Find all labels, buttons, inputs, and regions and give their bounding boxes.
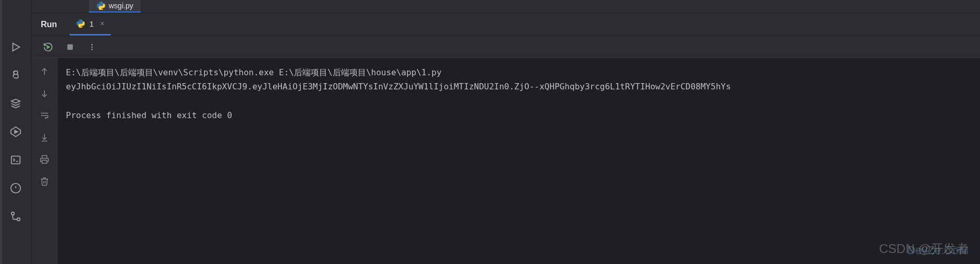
content-row: E:\后端项目\后端项目\venv\Scripts\python.exe E:\…: [31, 58, 980, 264]
soft-wrap-icon[interactable]: [37, 108, 52, 123]
run-tab-bar: Run 1 ×: [31, 13, 980, 36]
packages-icon[interactable]: [6, 94, 25, 113]
rerun-icon[interactable]: [41, 40, 55, 54]
stop-icon[interactable]: [63, 40, 77, 54]
services-icon[interactable]: [6, 122, 25, 141]
svg-rect-19: [42, 160, 47, 164]
console-line: eyJhbGciOiJIUzI1NiIsInR5cCI6IkpXVCJ9.eyJ…: [66, 82, 731, 91]
more-actions-icon[interactable]: [85, 40, 99, 54]
left-tool-sidebar: [0, 0, 31, 264]
run-tool-icon[interactable]: [6, 38, 25, 56]
vcs-icon[interactable]: [6, 207, 25, 226]
file-tab-label: wsgi.py: [109, 2, 133, 10]
svg-point-12: [92, 46, 93, 48]
svg-marker-2: [15, 130, 18, 133]
close-icon[interactable]: ×: [100, 19, 104, 28]
svg-point-8: [17, 218, 20, 221]
python-file-icon: [96, 1, 106, 10]
main-area: wsgi.py Run 1 ×: [31, 0, 980, 264]
svg-rect-10: [67, 44, 73, 50]
problems-icon[interactable]: [6, 179, 25, 198]
run-tab-1[interactable]: 1 ×: [70, 13, 111, 36]
print-icon[interactable]: [37, 152, 52, 167]
run-tab-label: 1: [89, 19, 94, 28]
svg-point-11: [92, 44, 93, 45]
watermark-csdn: CSDN @: [879, 238, 931, 260]
up-arrow-icon[interactable]: [37, 64, 52, 79]
file-tab-wsgi[interactable]: wsgi.py: [89, 0, 141, 13]
svg-point-7: [11, 212, 14, 215]
console-line: E:\后端项目\后端项目\venv\Scripts\python.exe E:\…: [66, 67, 441, 77]
svg-rect-3: [11, 156, 20, 164]
svg-point-13: [92, 49, 93, 50]
console-gutter: [31, 58, 58, 264]
terminal-icon[interactable]: [6, 151, 25, 169]
watermark: CSDN @ 开发者 DevZe.CoM: [879, 238, 968, 260]
python-console-icon[interactable]: [6, 66, 25, 85]
trash-icon[interactable]: [37, 174, 52, 189]
scroll-to-end-icon[interactable]: [37, 130, 52, 145]
run-panel-title: Run: [41, 20, 70, 29]
svg-marker-0: [13, 43, 19, 51]
python-file-icon: [76, 19, 85, 28]
watermark-chinese: 开发者: [931, 238, 968, 260]
down-arrow-icon[interactable]: [37, 86, 52, 101]
svg-marker-9: [47, 45, 49, 48]
run-toolbar: [31, 36, 980, 58]
console-output[interactable]: E:\后端项目\后端项目\venv\Scripts\python.exe E:\…: [58, 58, 980, 264]
file-tab-bar: wsgi.py: [31, 0, 980, 13]
console-line: Process finished with exit code 0: [66, 110, 232, 120]
